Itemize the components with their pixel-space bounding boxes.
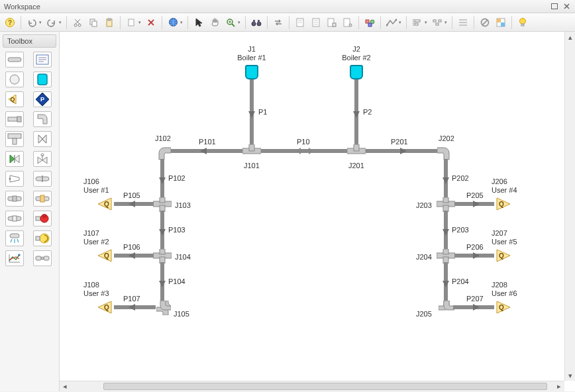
j103-label: J103 [175, 201, 191, 209]
tool-chart[interactable] [5, 250, 24, 266]
window-title: Workspace [4, 3, 547, 11]
redo-icon[interactable] [44, 15, 59, 30]
swap-icon[interactable] [271, 15, 286, 30]
boiler1-tank[interactable] [245, 65, 258, 79]
copy-icon[interactable] [86, 15, 101, 30]
tool-tank[interactable] [33, 72, 52, 87]
dropdown-arrow-icon[interactable]: ▾ [444, 20, 447, 25]
user-j107-label: J107User #2 [83, 229, 117, 246]
lightbulb-icon[interactable] [515, 15, 530, 30]
tool-tee[interactable] [5, 131, 24, 147]
help-icon[interactable]: ? [3, 15, 17, 30]
user-j106[interactable]: Q [98, 197, 114, 211]
tool-circle[interactable] [5, 72, 24, 87]
tool-reducer[interactable] [5, 171, 24, 187]
tool-pump[interactable] [33, 211, 52, 226]
tool-heat-exchanger[interactable] [33, 191, 52, 207]
tool-coupling[interactable] [5, 191, 24, 207]
nosign-icon[interactable] [478, 15, 492, 30]
main-toolbar: ? ▾ ▾ ▾ ▾ ▾ ▾ ▾ ▾ [0, 13, 575, 32]
tee-j204[interactable] [437, 249, 455, 264]
vertical-scrollbar[interactable]: ▴ ▾ [564, 32, 575, 381]
tee-j201[interactable] [347, 144, 366, 159]
dropdown-arrow-icon[interactable]: ▾ [399, 20, 401, 25]
tee-j103[interactable] [153, 197, 172, 212]
tee-j104[interactable] [153, 249, 172, 264]
tool-user-p[interactable]: P [33, 91, 52, 107]
arrow-icon [158, 176, 166, 184]
doc2-icon[interactable] [309, 15, 323, 30]
svg-rect-42 [415, 20, 420, 22]
path-icon[interactable] [384, 15, 399, 30]
user-j206[interactable]: Q [494, 197, 510, 211]
pipe-p102-label: P102 [168, 174, 185, 182]
tee-j203[interactable] [437, 197, 455, 212]
tool-junction[interactable] [33, 250, 52, 266]
hand-icon[interactable] [207, 15, 222, 30]
tool-annotation[interactable] [33, 52, 52, 68]
doc-link-icon[interactable] [340, 15, 355, 30]
color-shapes-icon[interactable] [362, 15, 377, 30]
list-icon[interactable] [456, 15, 470, 30]
dropdown-arrow-icon[interactable]: ▾ [425, 20, 427, 25]
hscroll-track[interactable] [70, 381, 554, 391]
distribute-icon[interactable] [430, 15, 444, 30]
boiler2-tank[interactable] [350, 65, 363, 79]
tool-check-valve[interactable] [5, 151, 24, 167]
arrow-icon [129, 200, 136, 208]
horizontal-scrollbar[interactable]: ◂ ▸ [60, 381, 564, 391]
doc1-icon[interactable] [293, 15, 307, 30]
pointer-icon[interactable] [191, 15, 206, 30]
user-j107[interactable]: Q [98, 249, 114, 262]
hscroll-thumb[interactable] [103, 383, 547, 390]
elbow-j105b[interactable] [155, 301, 171, 315]
tool-elbow[interactable] [33, 111, 52, 127]
grid-color-icon[interactable] [494, 15, 508, 30]
tool-user-q[interactable]: Q [5, 91, 24, 107]
scroll-left-icon[interactable]: ◂ [60, 381, 70, 391]
tool-pipe[interactable] [5, 52, 24, 68]
scroll-right-icon[interactable]: ▸ [554, 381, 564, 391]
scroll-up-icon[interactable]: ▴ [565, 32, 575, 42]
dropdown-arrow-icon[interactable]: ▾ [180, 20, 183, 25]
cut-icon[interactable] [70, 15, 85, 30]
vscroll-track[interactable] [565, 42, 575, 370]
tool-joint-h[interactable] [5, 111, 24, 127]
dropdown-arrow-icon[interactable]: ▾ [238, 20, 240, 25]
undo-icon[interactable] [25, 15, 39, 30]
maximize-button[interactable] [550, 3, 559, 11]
elbow-j102[interactable] [156, 146, 171, 160]
page-icon[interactable] [124, 15, 138, 30]
dropdown-arrow-icon[interactable]: ▾ [138, 20, 141, 25]
canvas[interactable]: J1 Boiler #1 J2 Boiler #2 P1 P2 J101 [60, 32, 564, 381]
tee-j101[interactable] [242, 144, 261, 159]
arrow-icon [442, 228, 450, 236]
user-j108[interactable]: Q [98, 301, 114, 314]
binoculars-icon[interactable] [249, 15, 264, 30]
dropdown-arrow-icon[interactable]: ▾ [39, 20, 42, 25]
scroll-down-icon[interactable]: ▾ [565, 370, 575, 381]
tool-spray[interactable] [5, 230, 24, 246]
elbow-j202[interactable] [437, 146, 452, 160]
titlebar: Workspace [0, 0, 575, 13]
align-icon[interactable] [410, 15, 425, 30]
toolbox-panel: Toolbox Q P [0, 32, 60, 391]
tool-flex-connect[interactable] [5, 211, 24, 226]
tool-orifice[interactable] [33, 171, 52, 187]
elbow-j205b[interactable] [439, 301, 454, 315]
globe-icon[interactable] [166, 15, 180, 30]
j105-label: J105 [174, 310, 189, 318]
user-j208[interactable]: Q [494, 301, 510, 314]
tool-control-valve[interactable] [33, 151, 52, 167]
delete-icon[interactable] [144, 15, 158, 30]
dropdown-arrow-icon[interactable]: ▾ [59, 20, 62, 25]
svg-point-6 [78, 24, 81, 26]
doc-lock-icon[interactable] [325, 15, 339, 30]
tool-valve[interactable] [33, 131, 52, 147]
tool-compressor[interactable] [33, 230, 52, 246]
paste-icon[interactable] [102, 15, 117, 30]
svg-text:Q: Q [499, 304, 504, 311]
close-button[interactable] [562, 3, 571, 11]
user-j207[interactable]: Q [494, 249, 510, 262]
zoom-in-icon[interactable] [223, 15, 238, 30]
